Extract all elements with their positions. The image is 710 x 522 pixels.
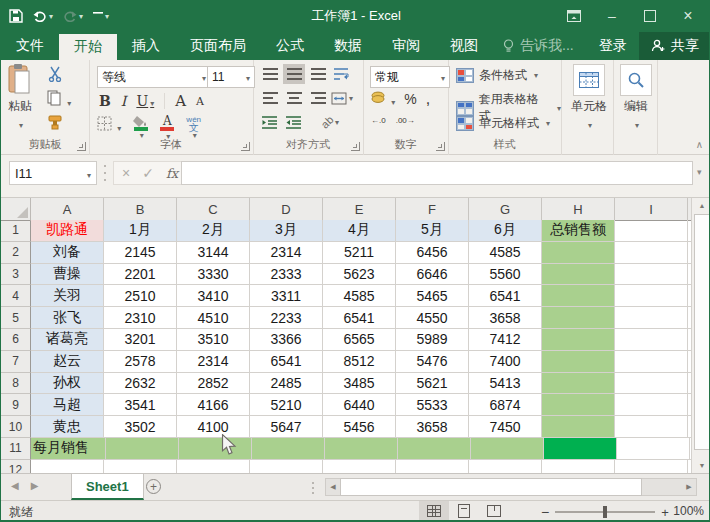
cell-C4[interactable]: 3410: [177, 285, 250, 307]
align-center-icon[interactable]: [283, 88, 305, 108]
cell-F1[interactable]: 5月: [396, 220, 469, 242]
cell-H1[interactable]: 总销售额: [542, 220, 615, 242]
cell-D9[interactable]: 5210: [250, 394, 323, 416]
italic-button[interactable]: I: [121, 93, 127, 109]
cell-I10[interactable]: [615, 416, 688, 438]
cell-C12[interactable]: [177, 460, 250, 473]
cell-C8[interactable]: 2852: [177, 373, 250, 395]
insert-function-icon[interactable]: fx: [166, 166, 178, 181]
editing-dropdown[interactable]: [633, 117, 639, 131]
bold-button[interactable]: B: [99, 93, 111, 109]
close-button[interactable]: ×: [671, 3, 705, 29]
cell-G5[interactable]: 3658: [469, 307, 542, 329]
cell-styles-button[interactable]: 单元格样式: [456, 115, 550, 132]
cell-I5[interactable]: [615, 307, 688, 329]
column-header-I[interactable]: I: [615, 198, 688, 221]
cell-I3[interactable]: [615, 264, 688, 286]
cell-C2[interactable]: 3144: [177, 242, 250, 264]
column-header-F[interactable]: F: [396, 198, 469, 221]
cell-G1[interactable]: 6月: [469, 220, 542, 242]
accounting-format-icon[interactable]: [371, 91, 395, 108]
zoom-slider[interactable]: [555, 511, 655, 513]
cell-F11[interactable]: [398, 438, 471, 460]
percent-style-icon[interactable]: %: [404, 91, 416, 107]
column-header-C[interactable]: C: [177, 198, 250, 221]
sign-in-button[interactable]: 登录: [587, 32, 639, 60]
bottom-align-icon[interactable]: [307, 64, 329, 84]
cell-E10[interactable]: 5456: [323, 416, 396, 438]
number-format-combobox[interactable]: 常规: [370, 66, 450, 88]
cell-C9[interactable]: 4166: [177, 394, 250, 416]
collapse-ribbon-icon[interactable]: ∧: [696, 139, 703, 150]
cell-F6[interactable]: 5989: [396, 329, 469, 351]
column-header-A[interactable]: A: [31, 198, 104, 221]
ribbon-display-options-icon[interactable]: [557, 3, 591, 29]
cell-C11[interactable]: [179, 438, 252, 460]
page-break-preview-icon[interactable]: [479, 501, 509, 521]
increase-font-size-button[interactable]: A: [175, 92, 186, 110]
expand-formula-bar-icon[interactable]: ▾: [697, 167, 702, 177]
middle-align-icon[interactable]: [283, 64, 305, 84]
cell-A1[interactable]: 凯路通: [31, 220, 104, 242]
cell-A9[interactable]: 马超: [31, 394, 104, 416]
cell-F2[interactable]: 6456: [396, 242, 469, 264]
cell-G8[interactable]: 5413: [469, 373, 542, 395]
column-header-D[interactable]: D: [250, 198, 323, 221]
row-header-5[interactable]: 5: [1, 307, 31, 329]
cell-G10[interactable]: 7450: [469, 416, 542, 438]
cell-A5[interactable]: 张飞: [31, 307, 104, 329]
cell-F9[interactable]: 5533: [396, 394, 469, 416]
row-header-7[interactable]: 7: [1, 351, 31, 373]
decrease-indent-icon[interactable]: [259, 112, 281, 132]
normal-view-icon[interactable]: [419, 501, 449, 521]
row-header-10[interactable]: 10: [1, 416, 31, 438]
cell-A6[interactable]: 诸葛亮: [31, 329, 104, 351]
zoom-level[interactable]: 100%: [666, 504, 704, 518]
cell-C7[interactable]: 2314: [177, 351, 250, 373]
cell-G4[interactable]: 6541: [469, 285, 542, 307]
cell-H11[interactable]: [544, 438, 617, 460]
cell-H2[interactable]: [542, 242, 615, 264]
cell-C1[interactable]: 2月: [177, 220, 250, 242]
cell-B12[interactable]: [104, 460, 177, 473]
row-header-9[interactable]: 9: [1, 394, 31, 416]
cell-D12[interactable]: [250, 460, 323, 473]
zoom-out-icon[interactable]: −: [541, 504, 549, 520]
cell-C10[interactable]: 4100: [177, 416, 250, 438]
cell-D8[interactable]: 2485: [250, 373, 323, 395]
cell-E5[interactable]: 6541: [323, 307, 396, 329]
decrease-font-size-button[interactable]: A: [196, 95, 204, 108]
tab-data[interactable]: 数据: [319, 32, 377, 60]
cell-B3[interactable]: 2201: [104, 264, 177, 286]
copy-button[interactable]: [47, 90, 71, 109]
cell-H6[interactable]: [542, 329, 615, 351]
cell-A3[interactable]: 曹操: [31, 264, 104, 286]
cell-B11[interactable]: [106, 438, 179, 460]
row-header-3[interactable]: 3: [1, 264, 31, 286]
tab-formulas[interactable]: 公式: [261, 32, 319, 60]
cell-G3[interactable]: 5560: [469, 264, 542, 286]
cell-I1[interactable]: [615, 220, 688, 242]
cell-H8[interactable]: [542, 373, 615, 395]
cell-B9[interactable]: 3541: [104, 394, 177, 416]
minimize-button[interactable]: –: [595, 3, 629, 29]
cell-H10[interactable]: [542, 416, 615, 438]
name-box-dropdown[interactable]: [85, 166, 91, 181]
paste-button[interactable]: 粘贴: [7, 64, 33, 131]
cell-B7[interactable]: 2578: [104, 351, 177, 373]
scroll-up-icon[interactable]: ▲: [693, 198, 710, 212]
cell-D5[interactable]: 2233: [250, 307, 323, 329]
cell-I7[interactable]: [615, 351, 688, 373]
font-size-combobox[interactable]: 11: [207, 66, 255, 88]
column-header-H[interactable]: H: [542, 198, 615, 221]
tab-view[interactable]: 视图: [435, 32, 493, 60]
cell-E12[interactable]: [323, 460, 396, 473]
font-name-combobox[interactable]: 等线: [97, 66, 211, 88]
font-dialog-launcher[interactable]: [241, 142, 250, 151]
align-right-icon[interactable]: [307, 88, 329, 108]
cell-H12[interactable]: [542, 460, 615, 473]
cell-D2[interactable]: 2314: [250, 242, 323, 264]
cell-G2[interactable]: 4585: [469, 242, 542, 264]
row-header-1[interactable]: 1: [1, 220, 31, 242]
row-header-2[interactable]: 2: [1, 242, 31, 264]
